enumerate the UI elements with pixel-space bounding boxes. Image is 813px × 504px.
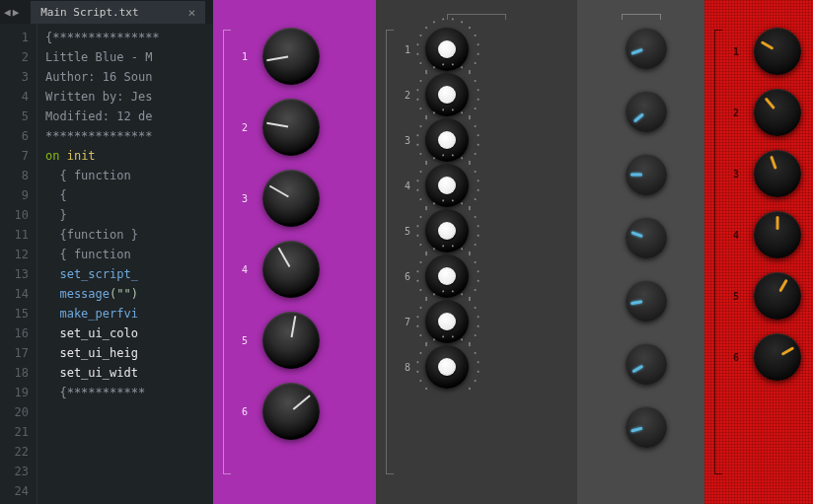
knob-label: 8 <box>400 362 415 373</box>
code-line: {*********** <box>45 383 213 402</box>
code-area[interactable]: 123456789101112131415161718192021222324 … <box>0 24 213 504</box>
knob-label: 2 <box>728 108 744 118</box>
panel-top-bracket <box>622 14 661 20</box>
knob[interactable] <box>626 280 667 322</box>
line-number: 21 <box>0 422 29 442</box>
knob-pointer <box>278 248 291 267</box>
knob-pointer <box>761 40 775 50</box>
knob-row: 4 <box>213 241 376 298</box>
knob[interactable] <box>754 89 801 136</box>
knob[interactable] <box>262 28 320 85</box>
knob[interactable] <box>262 383 320 440</box>
knob-row: 3 <box>376 118 577 162</box>
knob-panel-purple: 123456 <box>213 0 376 504</box>
line-number: 6 <box>0 126 29 146</box>
line-number: 16 <box>0 324 29 343</box>
close-icon[interactable]: × <box>188 5 196 20</box>
code-line: } <box>45 205 213 225</box>
line-number: 14 <box>0 284 29 304</box>
knob-row: 7 <box>376 300 577 343</box>
code-line: {function } <box>45 225 213 245</box>
knob[interactable] <box>626 154 667 195</box>
knob-label: 5 <box>728 291 744 302</box>
knob-pointer <box>266 56 288 62</box>
knob-pointer <box>630 231 642 238</box>
knob-label: 1 <box>237 51 253 62</box>
editor-tab[interactable]: Main Script.txt × <box>31 1 205 24</box>
code-line: Author: 16 Soun <box>45 67 213 87</box>
knob-pointer <box>778 279 788 293</box>
knob[interactable] <box>754 150 801 197</box>
knob-panel-gray <box>577 0 704 504</box>
code-line: { function <box>45 245 213 264</box>
line-number: 13 <box>0 264 29 284</box>
code-line: on init <box>45 146 213 166</box>
knob-label: 3 <box>400 135 415 146</box>
code-line: set_ui_heig <box>45 343 213 363</box>
knob-cap <box>438 40 456 58</box>
knob-panel-red: 123456 <box>704 0 813 504</box>
knob[interactable] <box>262 241 320 298</box>
knob-panel-dark: 12345678 <box>376 0 577 504</box>
nav-forward-icon[interactable]: ▶ <box>13 6 20 19</box>
knob-label: 2 <box>400 90 415 101</box>
line-number: 1 <box>0 28 29 47</box>
knob[interactable] <box>262 170 320 227</box>
knob-cap <box>438 313 456 330</box>
code-line: { <box>45 185 213 205</box>
knob[interactable] <box>754 333 801 381</box>
knob[interactable] <box>626 406 667 448</box>
knob-pointer <box>632 112 643 122</box>
line-number: 4 <box>0 87 29 107</box>
knob-cap <box>438 267 456 285</box>
knob-label: 7 <box>400 317 415 327</box>
line-number: 8 <box>0 166 29 185</box>
knob-row: 6 <box>213 383 376 440</box>
line-number: 20 <box>0 402 29 422</box>
knob-label: 6 <box>400 271 415 282</box>
knob-cap <box>438 177 456 194</box>
line-number: 24 <box>0 481 29 501</box>
code-line: { function <box>45 166 213 185</box>
knob[interactable] <box>626 217 667 258</box>
knob-label: 5 <box>237 335 253 346</box>
knob[interactable] <box>754 211 801 258</box>
knob-row: 2 <box>704 89 813 136</box>
knob[interactable] <box>626 28 667 69</box>
editor-panel: ◀ ▶ Main Script.txt × 123456789101112131… <box>0 0 213 504</box>
knob-label: 6 <box>237 406 253 417</box>
knob-label: 5 <box>400 226 415 237</box>
knob-cap <box>438 131 456 149</box>
code-line: {*************** <box>45 28 213 47</box>
knob[interactable] <box>262 312 320 369</box>
knob-row <box>577 28 704 69</box>
line-number: 12 <box>0 245 29 264</box>
code-content[interactable]: {***************Little Blue - MAuthor: 1… <box>37 24 213 504</box>
knob-row: 5 <box>213 312 376 369</box>
knob-cap <box>438 86 456 104</box>
knob-row: 3 <box>213 170 376 227</box>
knob-row: 2 <box>376 73 577 116</box>
code-line: Written by: Jes <box>45 87 213 107</box>
knob-row: 3 <box>704 150 813 197</box>
line-number: 22 <box>0 442 29 462</box>
knob-row <box>577 217 704 258</box>
knob[interactable] <box>262 99 320 156</box>
knob-pointer <box>291 316 297 337</box>
knob[interactable] <box>425 345 469 389</box>
knob-row: 4 <box>704 211 813 258</box>
knob-label: 4 <box>400 180 415 191</box>
knob[interactable] <box>626 343 667 385</box>
knob-row: 2 <box>213 99 376 156</box>
knob-label: 4 <box>237 264 253 275</box>
knob[interactable] <box>754 28 801 75</box>
knob-row: 6 <box>704 333 813 381</box>
nav-back-icon[interactable]: ◀ <box>4 6 11 19</box>
knob[interactable] <box>754 272 801 320</box>
knob[interactable] <box>626 91 667 132</box>
knob-row <box>577 280 704 322</box>
knob-label: 3 <box>728 169 744 180</box>
knob-pointer <box>269 185 289 198</box>
knob-pointer <box>631 365 643 374</box>
line-number: 15 <box>0 304 29 324</box>
